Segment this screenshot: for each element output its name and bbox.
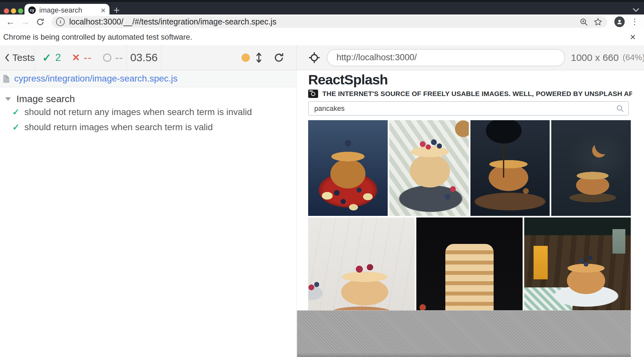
search-bar bbox=[308, 101, 629, 116]
automation-banner: Chrome is being controlled by automated … bbox=[0, 29, 644, 45]
test-name: should return images when search term is… bbox=[24, 122, 213, 132]
bookmark-star-icon[interactable] bbox=[593, 17, 603, 27]
mac-zoom-button[interactable] bbox=[18, 8, 23, 14]
profile-avatar[interactable] bbox=[614, 16, 625, 27]
test-passed-check-icon: ✓ bbox=[12, 107, 20, 117]
divider bbox=[35, 45, 35, 70]
camera-icon bbox=[308, 90, 318, 98]
passed-count: 2 bbox=[55, 52, 61, 63]
spec-file-row: cypress/integration/image-search.spec.js bbox=[0, 70, 296, 87]
automation-banner-text: Chrome is being controlled by automated … bbox=[3, 33, 630, 42]
selector-playground-button[interactable] bbox=[303, 52, 326, 64]
collapse-caret-icon[interactable] bbox=[5, 97, 11, 101]
search-result-photo[interactable] bbox=[470, 120, 550, 216]
test-name: should not return any images when search… bbox=[24, 107, 252, 117]
back-to-tests-button[interactable]: Tests bbox=[5, 52, 35, 63]
snapshot-indicator-dot bbox=[242, 53, 250, 62]
test-duration: 03.56 bbox=[127, 51, 161, 64]
browser-tab-strip: cy image-search × + bbox=[0, 0, 644, 16]
search-result-photo[interactable] bbox=[308, 217, 415, 311]
app-title: ReactSplash bbox=[308, 72, 632, 87]
viewport-size-label: 1000 x 660 bbox=[571, 52, 619, 63]
viewport-scale-label: (64%) bbox=[622, 53, 644, 63]
test-row[interactable]: ✓ should not return any images when sear… bbox=[12, 104, 296, 120]
cypress-favicon-icon: cy bbox=[28, 6, 36, 14]
aut-url-input[interactable] bbox=[327, 49, 565, 66]
test-passed-check-icon: ✓ bbox=[12, 122, 20, 132]
address-bar[interactable]: i localhost:3000/__/#/tests/integration/… bbox=[52, 16, 607, 28]
test-row[interactable]: ✓ should return images when search term … bbox=[12, 120, 296, 135]
search-result-photo[interactable] bbox=[416, 217, 523, 311]
back-button[interactable]: ← bbox=[6, 17, 15, 26]
pending-circle-icon bbox=[103, 53, 111, 62]
test-stats: ✓ 2 ✕ -- -- bbox=[42, 51, 127, 64]
stat-pending: -- bbox=[103, 52, 123, 63]
new-tab-button[interactable]: + bbox=[113, 5, 120, 15]
reporter-toolbar: Tests ✓ 2 ✕ -- -- 03.56 bbox=[0, 45, 296, 70]
tab-title: image-search bbox=[39, 6, 101, 14]
forward-button[interactable]: → bbox=[21, 17, 30, 26]
suite-row[interactable]: Image search bbox=[5, 93, 296, 104]
divider bbox=[161, 45, 161, 70]
tab-close-icon[interactable]: × bbox=[101, 6, 106, 14]
snapshot-controls bbox=[242, 52, 296, 63]
mac-minimize-button[interactable] bbox=[11, 8, 16, 14]
failed-count: -- bbox=[84, 52, 92, 63]
test-reporter-panel: cypress/integration/image-search.spec.js… bbox=[0, 70, 296, 357]
browser-menu-icon[interactable]: ⋮ bbox=[630, 17, 639, 27]
auto-scroll-toggle-icon[interactable] bbox=[256, 52, 262, 63]
zoom-magnifier-icon[interactable] bbox=[579, 17, 589, 27]
passed-check-icon: ✓ bbox=[42, 51, 52, 64]
stat-passed: ✓ 2 bbox=[42, 51, 61, 64]
cypress-toolbar: Tests ✓ 2 ✕ -- -- 03.56 bbox=[0, 45, 644, 70]
pending-count: -- bbox=[115, 52, 123, 63]
search-result-photo[interactable] bbox=[524, 217, 631, 311]
results-grid-row bbox=[308, 217, 631, 311]
site-info-icon[interactable]: i bbox=[56, 17, 65, 26]
viewport-overflow-area bbox=[297, 310, 631, 357]
mac-close-button[interactable] bbox=[4, 8, 9, 14]
results-grid-row bbox=[308, 120, 631, 216]
reactsplash-app: ReactSplash THE INTERNET'S SOURCE OF FRE… bbox=[297, 70, 632, 311]
file-document-icon bbox=[3, 75, 9, 83]
search-result-photo[interactable] bbox=[389, 120, 469, 216]
address-url-text: localhost:3000/__/#/tests/integration/im… bbox=[69, 17, 574, 26]
search-input[interactable] bbox=[308, 101, 629, 116]
stat-failed: ✕ -- bbox=[72, 52, 92, 63]
browser-navbar: ← → i localhost:3000/__/#/tests/integrat… bbox=[0, 14, 644, 29]
reload-button[interactable] bbox=[35, 17, 45, 27]
aut-toolbar: 1000 x 660 (64%) i bbox=[296, 45, 644, 70]
suite-title: Image search bbox=[16, 93, 75, 104]
rerun-tests-button[interactable] bbox=[273, 52, 285, 63]
app-tagline: THE INTERNET'S SOURCE OF FREELY USABLE I… bbox=[322, 90, 632, 98]
search-result-photo[interactable] bbox=[551, 120, 631, 216]
app-tagline-row: THE INTERNET'S SOURCE OF FREELY USABLE I… bbox=[308, 89, 632, 98]
spec-file-link[interactable]: cypress/integration/image-search.spec.js bbox=[14, 73, 177, 84]
failed-cross-icon: ✕ bbox=[72, 52, 80, 63]
search-icon bbox=[616, 104, 624, 113]
search-result-photo[interactable] bbox=[308, 120, 388, 216]
back-to-tests-label: Tests bbox=[12, 52, 35, 63]
banner-close-icon[interactable]: × bbox=[630, 32, 636, 42]
chevron-down-icon[interactable] bbox=[632, 7, 640, 13]
